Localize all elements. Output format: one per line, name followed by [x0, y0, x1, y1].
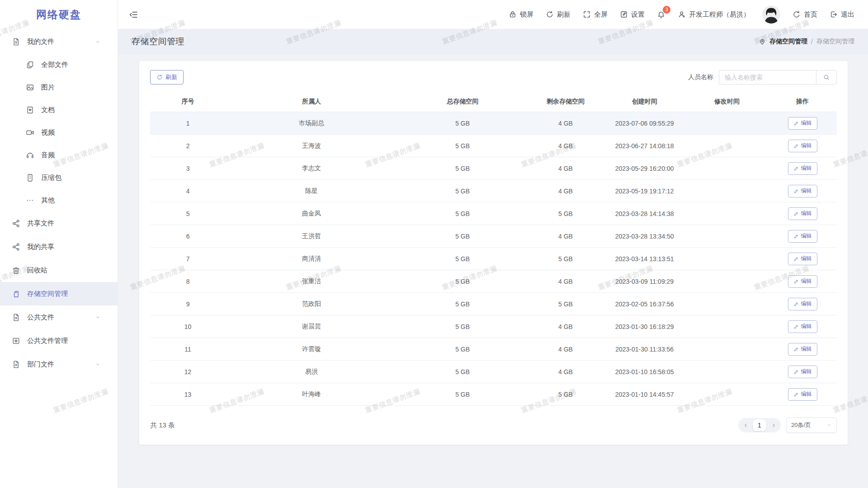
sidebar-item-videos[interactable]: 视频 [0, 121, 118, 144]
edit-button[interactable]: 编辑 [788, 388, 817, 401]
edit-button[interactable]: 编辑 [788, 140, 817, 152]
column-header: 修改时间 [686, 92, 768, 112]
edit-button[interactable]: 编辑 [788, 275, 817, 288]
modified-time-cell [686, 180, 768, 202]
edit-button[interactable]: 编辑 [788, 320, 817, 333]
owner-cell: 许雲璇 [226, 338, 397, 361]
edit-label: 编辑 [801, 187, 812, 195]
edit-label: 编辑 [801, 232, 812, 240]
sidebar-item-pictures[interactable]: 图片 [0, 76, 118, 99]
notifications-button[interactable]: 3 [657, 10, 665, 19]
video-icon [26, 128, 34, 137]
fullscreen-button[interactable]: 全屏 [583, 10, 608, 19]
created-time-cell: 2023-05-29 16:20:00 [604, 157, 686, 180]
refresh-button[interactable]: 刷新 [150, 70, 184, 84]
pencil-icon [793, 279, 799, 284]
total-count: 共 13 条 [150, 421, 175, 430]
current-user[interactable]: 开发工程师（易洪） [678, 10, 750, 19]
share-icon [12, 219, 20, 228]
edit-label: 编辑 [801, 255, 812, 263]
sidebar-collapse-icon[interactable] [129, 10, 138, 19]
table-row: 5曲金凤5 GB5 GB2023-03-28 14:14:38编辑 [150, 202, 837, 225]
page-size-select[interactable]: 20条/页 [786, 418, 837, 433]
sidebar-item-department-files[interactable]: 部门文件 [0, 352, 118, 376]
actions-cell: 编辑 [768, 248, 837, 270]
owner-cell: 谢晨芸 [226, 315, 397, 338]
free-space-cell: 4 GB [528, 315, 603, 338]
search-button[interactable] [816, 70, 837, 84]
search-input[interactable] [719, 70, 816, 84]
edit-label: 编辑 [801, 119, 812, 127]
owner-cell: 易洪 [226, 361, 397, 383]
edit-button[interactable]: 编辑 [788, 366, 817, 378]
created-time-cell: 2023-06-27 14:08:18 [604, 135, 686, 157]
sidebar-item-label: 视频 [41, 128, 55, 137]
user-avatar[interactable] [762, 5, 780, 23]
refresh-icon [156, 74, 163, 80]
sidebar-item-storage-management[interactable]: 存储空间管理 [0, 282, 118, 305]
sidebar-item-archives[interactable]: 压缩包 [0, 166, 118, 189]
created-time-cell: 2023-03-28 14:14:38 [604, 202, 686, 225]
chevron-right-icon [771, 422, 777, 428]
sidebar-item-all-files[interactable]: 全部文件 [0, 53, 118, 76]
edit-button[interactable]: 编辑 [788, 253, 817, 265]
total-space-cell: 5 GB [397, 135, 528, 157]
sidebar-item-shared-files[interactable]: 共享文件 [0, 211, 118, 235]
sidebar-item-my-shares[interactable]: 我的共享 [0, 235, 118, 258]
sidebar-item-public-files[interactable]: 公共文件 [0, 305, 118, 329]
edit-button[interactable]: 编辑 [788, 185, 817, 197]
prev-page-button[interactable] [741, 420, 750, 430]
edit-button[interactable]: 编辑 [788, 230, 817, 243]
search-label: 人员名称 [688, 73, 713, 81]
sidebar-item-recycle-bin[interactable]: 回收站 [0, 258, 118, 282]
sidebar-item-label: 回收站 [27, 266, 47, 275]
free-space-cell: 4 GB [528, 270, 603, 293]
row-index: 8 [150, 270, 226, 293]
settings-button[interactable]: 设置 [620, 10, 645, 19]
actions-cell: 编辑 [768, 383, 837, 406]
edit-button[interactable]: 编辑 [788, 117, 817, 130]
created-time-cell: 2023-07-06 09:55:29 [604, 112, 686, 135]
sidebar-item-public-file-management[interactable]: 公共文件管理 [0, 329, 118, 352]
logout-button[interactable]: 退出 [830, 10, 854, 19]
row-index: 7 [150, 248, 226, 270]
chevron-down-icon [826, 422, 832, 428]
location-pin-icon [759, 38, 766, 45]
total-space-cell: 5 GB [397, 180, 528, 202]
lock-icon [509, 10, 517, 19]
edit-label: 编辑 [801, 300, 812, 308]
page-number[interactable]: 1 [753, 419, 766, 431]
column-header: 序号 [150, 92, 226, 112]
user-name: 开发工程师（易洪） [689, 10, 750, 19]
sidebar-item-label: 共享文件 [27, 219, 54, 228]
total-space-cell: 5 GB [397, 202, 528, 225]
sidebar-item-my-files[interactable]: 我的文件 [0, 30, 118, 53]
sidebar-item-others[interactable]: 其他 [0, 189, 118, 211]
sidebar-item-documents[interactable]: 文档 [0, 99, 118, 121]
pencil-icon [793, 347, 799, 352]
row-index: 2 [150, 135, 226, 157]
refresh-button[interactable]: 刷新 [546, 10, 571, 19]
lock-screen-button[interactable]: 锁屏 [509, 10, 533, 19]
next-page-button[interactable] [769, 420, 778, 430]
doc-icon [26, 106, 34, 114]
sidebar-item-audio[interactable]: 音频 [0, 144, 118, 166]
file-icon [12, 360, 20, 369]
edit-button[interactable]: 编辑 [788, 298, 817, 310]
share-icon [12, 243, 20, 251]
edit-button[interactable]: 编辑 [788, 162, 817, 175]
chevron-left-icon [743, 422, 749, 428]
main-area: 锁屏刷新全屏设置 3 开发工程师（易洪） [118, 0, 868, 488]
edit-button[interactable]: 编辑 [788, 343, 817, 356]
row-index: 4 [150, 180, 226, 202]
edit-button[interactable]: 编辑 [788, 207, 817, 220]
row-index: 12 [150, 361, 226, 383]
row-index: 3 [150, 157, 226, 180]
total-space-cell: 5 GB [397, 112, 528, 135]
edit-label: 编辑 [801, 142, 812, 150]
breadcrumb-item[interactable]: 存储空间管理 [769, 38, 807, 46]
total-space-cell: 5 GB [397, 338, 528, 361]
file-icon [12, 313, 20, 322]
pagination: 共 13 条 1 20条/页 [150, 418, 837, 433]
home-button[interactable]: 首页 [793, 10, 817, 19]
